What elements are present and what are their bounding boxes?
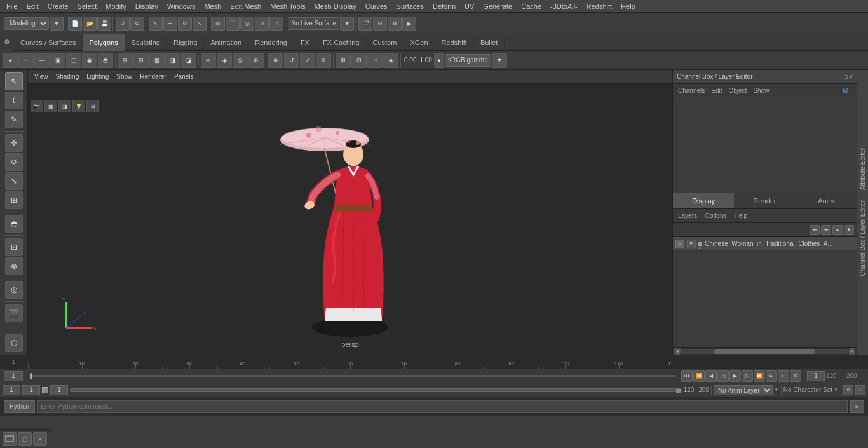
- step-back-btn[interactable]: ⏪: [693, 370, 705, 382]
- menu-redshift[interactable]: Redshift: [583, 1, 616, 11]
- tab-polygons[interactable]: Polygons: [83, 34, 125, 51]
- menu-windows[interactable]: Windows: [163, 1, 200, 11]
- current-frame-input[interactable]: [4, 371, 23, 381]
- snap-grid-btn[interactable]: ⊞: [211, 17, 225, 31]
- snap-curve-btn[interactable]: ⌒: [226, 17, 240, 31]
- scroll-track[interactable]: [681, 349, 849, 354]
- cam-tool1[interactable]: ⊞: [336, 53, 351, 68]
- panels-menu[interactable]: Panels: [172, 72, 196, 81]
- wireframe-btn[interactable]: ▦: [149, 53, 165, 68]
- anim-layer-dropdown[interactable]: No Anim Layer: [714, 385, 773, 395]
- tab-rendering[interactable]: Rendering: [248, 34, 294, 51]
- soft-select-tool[interactable]: ◓: [5, 215, 23, 233]
- menu-generate[interactable]: Generate: [479, 1, 516, 11]
- timeline-ruler[interactable]: 0102030405060708090100110120: [28, 355, 672, 369]
- menu-mesh[interactable]: Mesh: [200, 1, 225, 11]
- menu-cache[interactable]: Cache: [517, 1, 545, 11]
- scroll-right-btn[interactable]: ►: [849, 348, 855, 355]
- options-menu[interactable]: Options: [702, 211, 729, 221]
- isolate-btn[interactable]: ◎: [233, 53, 248, 68]
- redo-btn[interactable]: ↻: [130, 17, 144, 31]
- layer-up-btn[interactable]: ▲: [832, 225, 843, 235]
- snap-tool[interactable]: ◈: [383, 53, 398, 68]
- frame-range-handle[interactable]: [30, 373, 32, 379]
- render-settings-btn[interactable]: ⚙: [373, 17, 387, 31]
- tab-settings-btn[interactable]: ⚙: [0, 34, 14, 51]
- select-mode-btn[interactable]: ●: [3, 53, 18, 68]
- lighting-menu[interactable]: Lighting: [84, 72, 111, 81]
- cb-close-btn[interactable]: □: [844, 73, 848, 80]
- cb-pin-btn[interactable]: ×: [849, 73, 853, 80]
- channels-tab[interactable]: Channels: [675, 86, 707, 95]
- show-menu[interactable]: Show: [114, 72, 135, 81]
- tab-animation[interactable]: Animation: [204, 34, 248, 51]
- colorspace-dropdown[interactable]: ▼: [492, 53, 507, 68]
- universal-tool[interactable]: ⊞: [5, 191, 23, 209]
- new-layer-btn[interactable]: ⬅: [810, 225, 820, 235]
- show-tab[interactable]: Show: [750, 86, 771, 95]
- menu-3dtaoll[interactable]: -3DtoAll-: [546, 1, 581, 11]
- colorspace-select[interactable]: sRGB gamma: [445, 54, 491, 67]
- lasso-tool[interactable]: ⤹: [5, 92, 23, 109]
- scroll-left-btn[interactable]: ◄: [674, 348, 681, 355]
- crease-btn[interactable]: ⊛: [248, 53, 264, 68]
- workspace-dropdown[interactable]: ▼: [50, 17, 64, 31]
- render-seq-btn[interactable]: ▶: [402, 17, 416, 31]
- close-window-btn[interactable]: ×: [33, 432, 47, 446]
- python-tab-btn[interactable]: Python: [4, 400, 35, 413]
- viewport-canvas[interactable]: 📷 ▦ ◨ 💡 ⊞: [28, 84, 672, 355]
- select-tool-btn[interactable]: ↖: [149, 17, 163, 31]
- loop-btn[interactable]: ↩: [778, 370, 789, 382]
- tab-sculpting[interactable]: Sculpting: [125, 34, 167, 51]
- scale-tool[interactable]: ⤡: [5, 172, 23, 190]
- tab-fx[interactable]: FX: [294, 34, 316, 51]
- status-settings-btn[interactable]: ⚙: [843, 385, 853, 395]
- uvshell-mode-btn[interactable]: ◫: [66, 53, 81, 68]
- move-tool-btn[interactable]: ✛: [163, 17, 177, 31]
- vertex-mode-btn[interactable]: ·: [18, 53, 34, 68]
- object-tab[interactable]: Object: [726, 86, 750, 95]
- prev-frame-btn[interactable]: ◀: [705, 370, 717, 382]
- scale-3d-btn[interactable]: ⤢: [300, 53, 315, 68]
- layers-menu[interactable]: Layers: [675, 211, 700, 221]
- extrude-tool[interactable]: ⊕: [5, 257, 23, 275]
- face-mode-btn[interactable]: ▣: [50, 53, 65, 68]
- soft-select-btn[interactable]: ◓: [98, 53, 113, 68]
- status-frame3[interactable]: [50, 385, 68, 395]
- menu-modify[interactable]: Modify: [102, 1, 130, 11]
- bottom-tool1[interactable]: ⬡: [5, 334, 23, 352]
- menu-curves[interactable]: Curves: [362, 1, 391, 11]
- vp-cam-btn[interactable]: 📷: [31, 100, 43, 112]
- cam-tool2[interactable]: ⊡: [351, 53, 367, 68]
- scroll-thumb[interactable]: [714, 349, 815, 354]
- menu-surfaces[interactable]: Surfaces: [393, 1, 428, 11]
- menu-mesh-tools[interactable]: Mesh Tools: [266, 1, 309, 11]
- anim-layer-dropdown-arrow[interactable]: ▼: [774, 387, 779, 393]
- window-icon-btn[interactable]: [3, 432, 17, 446]
- show-grid-btn[interactable]: ⊞: [118, 53, 133, 68]
- scale-tool-btn[interactable]: ⤡: [193, 17, 207, 31]
- tab-rigging[interactable]: Rigging: [167, 34, 204, 51]
- cam-tool3[interactable]: ⊿: [367, 53, 383, 68]
- vp-grid-btn[interactable]: ⊞: [86, 100, 99, 112]
- light-shade-btn[interactable]: ◪: [181, 53, 196, 68]
- move-3d-btn[interactable]: ⊕: [268, 53, 283, 68]
- menu-deform[interactable]: Deform: [429, 1, 459, 11]
- menu-uv[interactable]: UV: [461, 1, 478, 11]
- show-hide-tool[interactable]: ◎: [5, 281, 23, 299]
- new-file-btn[interactable]: 📄: [68, 17, 82, 31]
- play-fwd-btn[interactable]: ▶: [729, 370, 741, 382]
- render-tab[interactable]: Render: [734, 193, 795, 208]
- view-menu[interactable]: View: [32, 72, 51, 81]
- move-tool[interactable]: ✛: [5, 134, 23, 152]
- snap-point-btn[interactable]: ◎: [240, 17, 254, 31]
- display-tab[interactable]: Display: [673, 193, 734, 208]
- tab-curves-surfaces[interactable]: Curves / Surfaces: [14, 34, 83, 51]
- xray-btn[interactable]: ◈: [217, 53, 232, 68]
- menu-display[interactable]: Display: [132, 1, 162, 11]
- vp-light-btn[interactable]: 💡: [72, 100, 85, 112]
- render-view-btn[interactable]: 🖥: [388, 17, 402, 31]
- channel-box-vert-label[interactable]: Channel Box / Layer Editor: [858, 195, 867, 282]
- status-frame1[interactable]: [3, 385, 20, 395]
- tab-custom[interactable]: Custom: [367, 34, 404, 51]
